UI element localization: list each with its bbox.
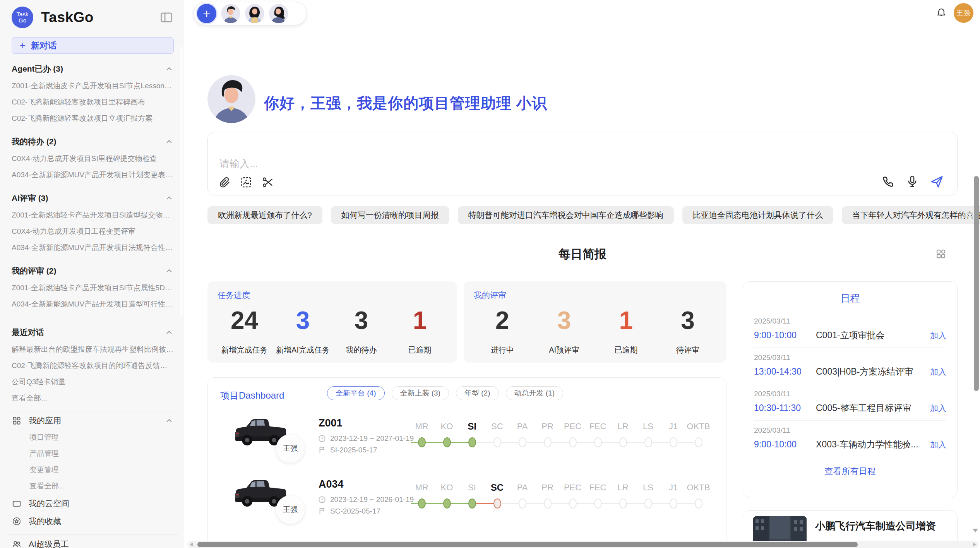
sidebar-item[interactable]: Z001-全新燃油轻卡产品开发项目SI节点属性5D文件评审	[12, 280, 174, 296]
milestone-dot-done[interactable]	[468, 498, 476, 509]
sidebar-item[interactable]: Z001-全新燃油皮卡产品开发项目SI节点Lesson Learn报告	[12, 78, 174, 94]
milestone-dot-done[interactable]	[443, 498, 451, 509]
send-icon[interactable]	[929, 174, 944, 189]
sidebar-item-change-mgmt[interactable]: 变更管理	[12, 462, 174, 478]
sidebar-item[interactable]: C02-飞腾新能源轻客改款项目里程碑画布	[12, 94, 174, 110]
chat-composer[interactable]: 请输入...	[207, 132, 958, 195]
section-my-review[interactable]: 我的评审 (2)	[12, 262, 174, 280]
milestone-timeline: MRKO SI SC PAPR PECFEC LRLS J1OKTB	[409, 482, 711, 515]
filter-pill[interactable]: 动总开发 (1)	[506, 386, 564, 400]
sidebar-item[interactable]: C02-飞腾新能源轻客改款项目的闭环通告反馈情况	[12, 358, 174, 374]
suggestion-chip[interactable]: 如何写一份清晰的项目周报	[331, 206, 449, 224]
suggestion-chip[interactable]: 当下年轻人对汽车外观有怎样的喜好趋势	[842, 206, 980, 224]
milestone-dot-done[interactable]	[468, 437, 476, 447]
scroll-right-arrow-icon[interactable]	[973, 543, 976, 546]
milestone-dot[interactable]	[619, 498, 627, 509]
sidebar-item[interactable]: A034-全新新能源MUV产品开发项目计划变更表编写	[12, 167, 174, 183]
task-progress-card: 任务进度 24 新增完成任务 3 新增AI完成任务 3 我的待办 1 已逾期	[207, 281, 457, 363]
section-recent-chats[interactable]: 最近对话	[12, 324, 174, 341]
filter-pill[interactable]: 全新上装 (3)	[392, 386, 449, 400]
chevron-up-icon	[164, 266, 174, 276]
app-title: TaskGo	[41, 9, 94, 26]
sidebar-item[interactable]: 公司Q3轻卡销量	[12, 374, 174, 390]
milestone-dot[interactable]	[695, 437, 702, 447]
sidebar-item[interactable]: C0X4-动力总成开发项目SI里程碑提交物检查	[12, 151, 174, 167]
scroll-left-arrow-icon[interactable]	[190, 543, 193, 546]
flag-icon	[318, 446, 326, 454]
milestone-dot[interactable]	[695, 498, 702, 509]
sidebar-item[interactable]: C0X4-动力总成开发项目工程变更评审	[12, 223, 174, 240]
sidebar-item[interactable]: A034-全新新能源MUV产品开发项目法规符合性评审	[12, 240, 174, 256]
sidebar-item-product-mgmt[interactable]: 产品管理	[12, 445, 174, 462]
screenshot-scissors-icon[interactable]	[261, 176, 274, 189]
team-bar: +	[194, 2, 307, 25]
suggestion-chip[interactable]: 特朗普可能对进口汽车增税会对中国车企造成哪些影响	[458, 206, 674, 224]
sidebar-item[interactable]: A034-全新新能源MUV产品开发项目造型可行性评审	[12, 296, 174, 312]
voice-call-icon[interactable]	[881, 175, 895, 188]
section-ai-review[interactable]: AI评审 (3)	[12, 189, 174, 207]
vertical-scrollbar-thumb[interactable]	[974, 176, 979, 391]
milestone-dot[interactable]	[670, 437, 677, 447]
event-date: 2025/03/11	[754, 317, 946, 325]
sidebar-item-favorites[interactable]: 我的收藏	[12, 513, 174, 530]
filter-pill-active[interactable]: 全新平台 (4)	[327, 386, 385, 400]
sidebar-item-cloud-space[interactable]: 我的云空间	[12, 495, 174, 512]
scroll-down-arrow-icon[interactable]	[973, 529, 978, 533]
teammate-avatar[interactable]	[245, 4, 264, 23]
section-agent-done[interactable]: Agent已办 (3)	[12, 60, 174, 78]
brief-layout-grid-icon[interactable]	[935, 248, 947, 260]
milestone-dot[interactable]	[670, 498, 677, 509]
section-my-todo[interactable]: 我的待办 (2)	[12, 133, 174, 151]
milestone-dot-done[interactable]	[443, 437, 451, 447]
filter-pill[interactable]: 年型 (2)	[456, 386, 499, 400]
milestone-dot[interactable]	[644, 437, 652, 447]
notifications-bell-icon[interactable]	[935, 7, 947, 19]
sidebar-item[interactable]: C02-飞腾新能源轻客改款项目立项汇报方案	[12, 110, 174, 127]
join-link[interactable]: 加入	[930, 403, 946, 414]
attach-file-icon[interactable]	[218, 176, 231, 189]
milestone-dot[interactable]	[594, 437, 602, 447]
milestone-dot[interactable]	[519, 498, 526, 509]
section-my-apps[interactable]: 我的应用	[12, 412, 174, 429]
sidebar-item-view-all[interactable]: 查看全部...	[12, 390, 174, 406]
user-avatar[interactable]: 王强	[954, 3, 973, 23]
horizontal-scrollbar[interactable]	[187, 541, 978, 548]
microphone-icon[interactable]	[905, 175, 919, 188]
new-chat-button[interactable]: + 新对话	[12, 37, 174, 54]
milestone-dot[interactable]	[544, 437, 552, 447]
sidebar-item-project-mgmt[interactable]: 项目管理	[12, 429, 174, 445]
add-member-button[interactable]: +	[197, 4, 216, 23]
milestone-dot[interactable]	[519, 437, 526, 447]
teammate-avatar[interactable]	[221, 4, 240, 23]
logo-line-1: Task	[17, 11, 29, 17]
sidebar-scrollbar[interactable]	[180, 46, 183, 317]
milestone-dot[interactable]	[619, 437, 627, 447]
chevron-up-icon	[164, 194, 174, 203]
milestone-dot[interactable]	[544, 498, 552, 509]
teammate-avatar[interactable]	[269, 4, 288, 23]
milestone-dot[interactable]	[569, 437, 577, 447]
horizontal-scrollbar-thumb[interactable]	[197, 542, 858, 547]
suggestion-chip[interactable]: 欧洲新规最近颁布了什么?	[207, 206, 322, 224]
join-link[interactable]: 加入	[930, 439, 946, 450]
milestone-dot[interactable]	[569, 498, 577, 509]
insert-image-icon[interactable]	[240, 176, 253, 189]
collapse-sidebar-icon[interactable]	[159, 10, 174, 25]
milestone-dot-done[interactable]	[418, 437, 426, 447]
milestone-dot-done[interactable]	[418, 498, 426, 509]
view-all-schedule-link[interactable]: 查看所有日程	[754, 457, 946, 486]
sidebar-item[interactable]: Z001-全新燃油轻卡产品开发项目SI造型提交物评审	[12, 207, 174, 223]
suggestion-chip[interactable]: 比亚迪全固态电池计划具体说了什么	[682, 206, 833, 224]
stat-pending-review: 3 待评审	[657, 304, 719, 363]
schedule-event: 2025/03/11 13:00-14:30 C003|H0B-方案冻结评审 加…	[754, 348, 946, 384]
event-time: 9:00-10:00	[754, 330, 816, 341]
join-link[interactable]: 加入	[930, 330, 946, 341]
sidebar-item-view-all-apps[interactable]: 查看全部...	[12, 478, 174, 494]
milestone-dot[interactable]	[493, 437, 501, 447]
sidebar-item-ai-employee[interactable]: AI超级员工	[12, 536, 174, 548]
milestone-dot-overdue[interactable]	[493, 498, 501, 509]
milestone-dot[interactable]	[644, 498, 652, 509]
milestone-dot[interactable]	[594, 498, 602, 509]
join-link[interactable]: 加入	[930, 366, 946, 377]
sidebar-item[interactable]: 解释最新出台的欧盟报废车法规再生塑料比例被调至15%...	[12, 341, 174, 358]
